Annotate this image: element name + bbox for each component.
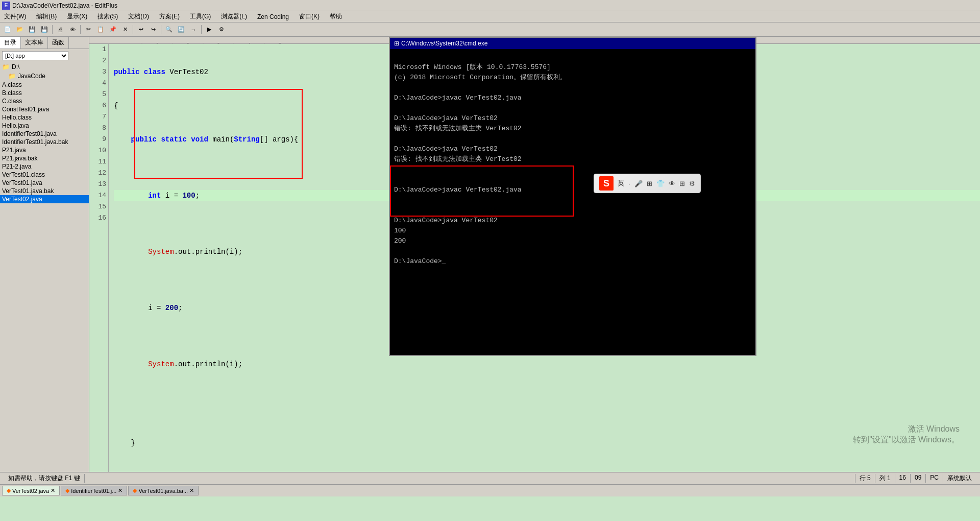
toolbar-undo[interactable]: ↩: [135, 24, 146, 35]
menu-file[interactable]: 文件(W): [2, 12, 28, 21]
tab-dot-1: ◆: [7, 487, 11, 494]
menu-browser[interactable]: 浏览器(L): [219, 12, 249, 21]
tab-dot-3: ◆: [133, 487, 137, 494]
cmd-title-bar: ⊞ C:\Windows\System32\cmd.exe: [390, 38, 755, 49]
menu-tools[interactable]: 工具(G): [188, 12, 213, 21]
toolbar-print[interactable]: 🖨: [55, 24, 66, 35]
status-hex: 16: [895, 474, 910, 483]
tab-close-1[interactable]: ✕: [51, 487, 55, 494]
ime-btn-mic[interactable]: 🎤: [634, 180, 643, 187]
file-item[interactable]: P21-2.java: [0, 162, 89, 171]
sidebar-folder: [D:] app: [0, 49, 89, 62]
toolbar-goto[interactable]: →: [188, 24, 199, 35]
menu-bar: 文件(W) 编辑(B) 显示(X) 搜索(S) 文档(D) 方案(E) 工具(G…: [0, 11, 980, 22]
toolbar-run[interactable]: ▶: [204, 24, 215, 35]
tree-item-javacode[interactable]: 📁 JavaCode: [0, 72, 89, 81]
toolbar-new[interactable]: 📄: [2, 24, 13, 35]
ime-toolbar: S 英 · 🎤 ⊞ 👕 👁 ⊞ ⚙: [594, 174, 701, 193]
toolbar: 📄 📂 💾 💾 🖨 👁 ✂ 📋 📌 ✕ ↩ ↪ 🔍 🔄 → ▶ ⚙: [0, 22, 980, 37]
toolbar-copy[interactable]: 📋: [95, 24, 106, 35]
toolbar-open[interactable]: 📂: [14, 24, 26, 35]
toolbar-preview[interactable]: 👁: [67, 24, 78, 35]
menu-project[interactable]: 方案(E): [157, 12, 182, 21]
title-bar: E D:\JavaCode\VerTest02.java - EditPlus: [0, 0, 980, 11]
title-text: D:\JavaCode\VerTest02.java - EditPlus: [12, 2, 117, 9]
status-row: 行 5: [855, 474, 875, 483]
sidebar: 目录 文本库 函数 [D:] app 📁 D:\ 📁 JavaCode A.cl…: [0, 37, 89, 496]
menu-help[interactable]: 帮助: [328, 12, 344, 21]
line-numbers: 1234 5678 9101112 13141516: [89, 44, 109, 496]
toolbar-sep-3: [133, 25, 133, 34]
bottom-tab-vertest02[interactable]: ◆ VerTest02.java ✕: [2, 486, 60, 495]
sidebar-tabs: 目录 文本库 函数: [0, 37, 89, 49]
tab-close-2[interactable]: ✕: [118, 487, 122, 494]
file-item-selected[interactable]: VerTest02.java: [0, 195, 89, 203]
toolbar-find[interactable]: 🔍: [163, 24, 175, 35]
file-item[interactable]: P21.java.bak: [0, 154, 89, 162]
status-col: 列 1: [875, 474, 895, 483]
menu-edit[interactable]: 编辑(B): [34, 12, 59, 21]
file-item[interactable]: IdentifierTest01.java: [0, 130, 89, 138]
folder-dropdown[interactable]: [D:] app: [2, 51, 68, 60]
file-item[interactable]: Hello.class: [0, 113, 89, 122]
toolbar-paste[interactable]: 📌: [107, 24, 118, 35]
file-item[interactable]: IdentifierTest01.java.bak: [0, 138, 89, 146]
cmd-window[interactable]: ⊞ C:\Windows\System32\cmd.exe Microsoft …: [389, 37, 756, 356]
menu-zen[interactable]: Zen Coding: [255, 13, 291, 20]
sidebar-tab-lib[interactable]: 文本库: [21, 37, 48, 49]
toolbar-sep-1: [52, 25, 53, 34]
tab-dot-2: ◆: [65, 487, 69, 494]
ime-btn-input[interactable]: ⊞: [647, 180, 652, 187]
file-item[interactable]: VerTest01.java.bak: [0, 187, 89, 195]
ime-btn-en[interactable]: 英: [618, 179, 624, 188]
sidebar-tab-func[interactable]: 函数: [48, 37, 69, 49]
ime-btn-punct[interactable]: ·: [628, 180, 630, 187]
cmd-content: Microsoft Windows [版本 10.0.17763.5576] (…: [390, 49, 755, 355]
file-item[interactable]: B.class: [0, 89, 89, 97]
main-container: 目录 文本库 函数 [D:] app 📁 D:\ 📁 JavaCode A.cl…: [0, 37, 980, 496]
toolbar-sep-5: [201, 25, 202, 34]
ime-logo: S: [599, 176, 614, 191]
ime-btn-eye[interactable]: 👁: [669, 180, 675, 187]
cmd-icon: ⊞: [394, 40, 399, 47]
ime-btn-skin[interactable]: 👕: [656, 180, 665, 187]
toolbar-delete[interactable]: ✕: [119, 24, 131, 35]
toolbar-sep-4: [161, 25, 161, 34]
bottom-tab-label-3: VerTest01.java.ba...: [138, 488, 188, 494]
file-item[interactable]: VerTest01.class: [0, 171, 89, 179]
status-bar: 如需帮助，请按键盘 F1 键 行 5 列 1 16 09 PC 系统默认: [0, 472, 980, 484]
menu-doc[interactable]: 文档(D): [126, 12, 151, 21]
toolbar-save[interactable]: 💾: [27, 24, 38, 35]
app-icon: E: [2, 2, 10, 10]
toolbar-save-all[interactable]: 💾: [39, 24, 50, 35]
file-item[interactable]: C.class: [0, 97, 89, 105]
file-item[interactable]: VerTest01.java: [0, 179, 89, 187]
file-item[interactable]: A.class: [0, 81, 89, 89]
tab-close-3[interactable]: ✕: [189, 487, 194, 494]
menu-window[interactable]: 窗口(K): [297, 12, 322, 21]
status-right: 行 5 列 1 16 09 PC 系统默认: [855, 474, 976, 483]
menu-search[interactable]: 搜索(S): [95, 12, 120, 21]
ime-btn-menu[interactable]: ⊞: [679, 180, 685, 187]
toolbar-compile[interactable]: ⚙: [216, 24, 227, 35]
bottom-tab-identifier[interactable]: ◆ IdentifierTest01.j... ✕: [61, 486, 127, 495]
bottom-tab-vertest01bak[interactable]: ◆ VerTest01.java.ba... ✕: [128, 486, 199, 495]
toolbar-sep-2: [80, 25, 81, 34]
toolbar-redo[interactable]: ↪: [148, 24, 159, 35]
status-encoding: 系统默认: [943, 474, 976, 483]
tree-label-d: D:\: [12, 63, 19, 70]
file-item[interactable]: P21.java: [0, 146, 89, 154]
file-item[interactable]: ConstTest01.java: [0, 105, 89, 113]
bottom-tab-label-1: VerTest02.java: [12, 488, 49, 494]
toolbar-replace[interactable]: 🔄: [176, 24, 187, 35]
file-item[interactable]: Hello.java: [0, 122, 89, 130]
bottom-tabs: ◆ VerTest02.java ✕ ◆ IdentifierTest01.j.…: [0, 484, 980, 496]
status-help: 如需帮助，请按键盘 F1 键: [4, 474, 85, 483]
menu-view[interactable]: 显示(X): [65, 12, 89, 21]
tree-item-d[interactable]: 📁 D:\: [0, 62, 89, 72]
toolbar-cut[interactable]: ✂: [83, 24, 94, 35]
status-time: 09: [910, 474, 925, 483]
ime-btn-settings[interactable]: ⚙: [689, 180, 695, 187]
tree-label-javacode: JavaCode: [18, 73, 45, 80]
sidebar-tab-dir[interactable]: 目录: [0, 37, 21, 49]
